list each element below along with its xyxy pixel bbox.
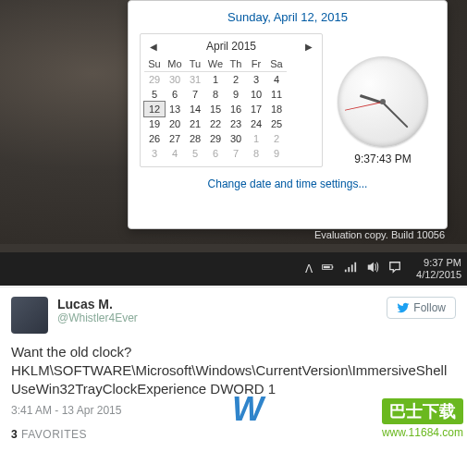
calendar-day-header: We <box>205 56 226 72</box>
tweet-favorites: 3 FAVORITES <box>11 428 456 441</box>
calendar-panel: ◀ April 2015 ▶ SuMoTuWeThFrSa29303112345… <box>140 33 323 167</box>
calendar-day-cell[interactable]: 1 <box>246 131 266 146</box>
calendar-day-cell[interactable]: 30 <box>165 72 185 87</box>
avatar[interactable] <box>11 297 48 334</box>
calendar-day-cell[interactable]: 27 <box>165 131 185 146</box>
taskbar-clock[interactable]: 9:37 PM 4/12/2015 <box>416 257 461 281</box>
calendar-day-cell[interactable]: 6 <box>165 87 185 102</box>
calendar-day-cell[interactable]: 4 <box>266 72 287 87</box>
digital-time-label: 9:37:43 PM <box>354 153 411 165</box>
network-icon[interactable] <box>344 261 357 277</box>
calendar-day-cell[interactable]: 26 <box>144 131 165 146</box>
calendar-day-cell[interactable]: 2 <box>266 131 287 146</box>
tray-overflow-chevron-icon[interactable]: ᐱ <box>305 262 313 275</box>
calendar-day-cell[interactable]: 8 <box>205 87 226 102</box>
calendar-day-cell[interactable]: 1 <box>205 72 226 87</box>
flyout-body: ◀ April 2015 ▶ SuMoTuWeThFrSa29303112345… <box>140 33 436 167</box>
calendar-day-cell[interactable]: 31 <box>185 72 205 87</box>
calendar-day-cell[interactable]: 28 <box>185 131 205 146</box>
calendar-day-cell[interactable]: 15 <box>205 102 226 116</box>
svg-rect-3 <box>345 270 347 273</box>
calendar-day-cell[interactable]: 8 <box>246 146 266 161</box>
calendar-day-cell[interactable]: 17 <box>246 102 266 116</box>
calendar-day-header: Th <box>226 56 246 72</box>
month-year-label[interactable]: April 2015 <box>206 40 256 53</box>
calendar-day-cell[interactable]: 16 <box>226 102 246 116</box>
notifications-icon[interactable] <box>388 261 401 277</box>
calendar-day-header: Fr <box>246 56 266 72</box>
date-time-flyout: Sunday, April 12, 2015 ◀ April 2015 ▶ Su… <box>128 0 448 229</box>
taskbar-date: 4/12/2015 <box>416 269 461 281</box>
calendar-day-header: Sa <box>266 56 287 72</box>
calendar-day-cell[interactable]: 5 <box>185 146 205 161</box>
svg-rect-5 <box>351 264 353 272</box>
tweet-body: Want the old clock? HKLM\SOFTWARE\Micros… <box>11 343 456 398</box>
system-tray: ᐱ 9:37 PM 4/12/2015 <box>305 257 461 281</box>
calendar-grid: SuMoTuWeThFrSa29303112345678910111213141… <box>144 56 318 161</box>
calendar-day-cell[interactable]: 9 <box>266 146 287 161</box>
svg-rect-6 <box>354 262 356 273</box>
calendar-day-cell[interactable]: 21 <box>185 116 205 131</box>
calendar-day-cell[interactable]: 7 <box>185 87 205 102</box>
change-date-time-link[interactable]: Change date and time settings... <box>208 177 368 190</box>
taskbar-time: 9:37 PM <box>416 257 461 269</box>
calendar-day-cell[interactable]: 23 <box>226 116 246 131</box>
analog-clock-panel: 9:37:43 PM <box>330 33 436 167</box>
calendar-day-cell[interactable]: 3 <box>144 146 165 161</box>
tweet-author-name[interactable]: Lucas M. <box>57 297 387 311</box>
svg-rect-4 <box>348 267 350 272</box>
calendar-day-cell[interactable]: 29 <box>144 72 165 87</box>
calendar-day-cell[interactable]: 12 <box>144 102 165 116</box>
follow-button-label: Follow <box>413 301 446 314</box>
svg-rect-2 <box>324 266 330 268</box>
desktop-background: Sunday, April 12, 2015 ◀ April 2015 ▶ Su… <box>0 0 467 277</box>
tweet-timestamp[interactable]: 3:41 AM - 13 Apr 2015 <box>11 404 456 417</box>
tweet-line-1: Want the old clock? <box>11 343 456 361</box>
settings-link-row: Change date and time settings... <box>140 175 436 191</box>
prev-month-arrow[interactable]: ◀ <box>150 42 157 52</box>
calendar-day-header: Su <box>144 56 165 72</box>
calendar-day-cell[interactable]: 30 <box>226 131 246 146</box>
volume-icon[interactable] <box>366 261 379 277</box>
calendar-day-cell[interactable]: 4 <box>165 146 185 161</box>
tweet-identity: Lucas M. @Whistler4Ever <box>57 297 387 324</box>
calendar-day-cell[interactable]: 18 <box>266 102 287 116</box>
calendar-day-header: Tu <box>185 56 205 72</box>
tweet-card: Lucas M. @Whistler4Ever Follow Want the … <box>0 287 467 450</box>
calendar-day-cell[interactable]: 9 <box>226 87 246 102</box>
full-date-label: Sunday, April 12, 2015 <box>140 10 436 24</box>
calendar-day-cell[interactable]: 2 <box>226 72 246 87</box>
calendar-day-cell[interactable]: 14 <box>185 102 205 116</box>
calendar-day-cell[interactable]: 5 <box>144 87 165 102</box>
favorites-label: FAVORITES <box>21 428 87 441</box>
tweet-header: Lucas M. @Whistler4Ever Follow <box>11 297 456 334</box>
calendar-day-cell[interactable]: 25 <box>266 116 287 131</box>
twitter-bird-icon <box>397 301 410 314</box>
calendar-day-cell[interactable]: 6 <box>205 146 226 161</box>
calendar-day-cell[interactable]: 29 <box>205 131 226 146</box>
next-month-arrow[interactable]: ▶ <box>305 42 313 52</box>
calendar-day-cell[interactable]: 24 <box>246 116 266 131</box>
calendar-day-cell[interactable]: 10 <box>246 87 266 102</box>
calendar-day-cell[interactable]: 19 <box>144 116 165 131</box>
calendar-day-cell[interactable]: 11 <box>266 87 287 102</box>
battery-icon[interactable] <box>322 261 335 277</box>
tweet-author-handle[interactable]: @Whistler4Ever <box>57 311 387 324</box>
analog-clock <box>338 56 428 147</box>
clock-pin <box>380 99 386 104</box>
calendar-day-header: Mo <box>165 56 185 72</box>
calendar-day-cell[interactable]: 13 <box>165 102 185 116</box>
follow-button[interactable]: Follow <box>387 297 456 319</box>
tweet-line-2: HKLM\SOFTWARE\Microsoft\Windows\CurrentV… <box>11 361 456 398</box>
taskbar: ᐱ 9:37 PM 4/12/2015 <box>0 252 467 286</box>
calendar-day-cell[interactable]: 22 <box>205 116 226 131</box>
favorites-count: 3 <box>11 428 18 441</box>
calendar-day-cell[interactable]: 7 <box>226 146 246 161</box>
calendar-nav: ◀ April 2015 ▶ <box>144 40 318 56</box>
svg-rect-1 <box>332 266 333 268</box>
calendar-day-cell[interactable]: 20 <box>165 116 185 131</box>
calendar-day-cell[interactable]: 3 <box>246 72 266 87</box>
evaluation-watermark: Evaluation copy. Build 10056 <box>314 229 445 240</box>
